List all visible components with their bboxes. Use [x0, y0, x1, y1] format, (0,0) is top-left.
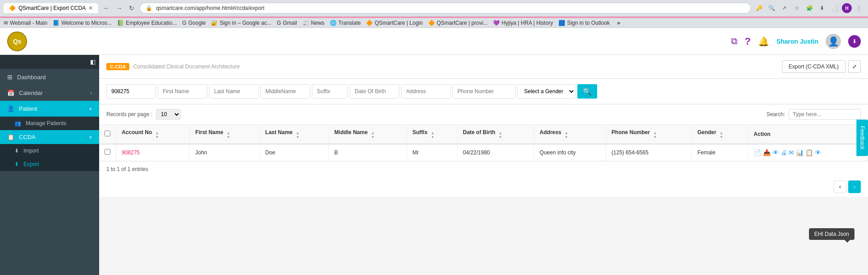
download-document-icon[interactable]: 📥: [763, 149, 771, 156]
row-checkbox[interactable]: [105, 149, 110, 155]
gender-select[interactable]: Select a Gender Male Female: [517, 84, 576, 99]
gmail-icon: G: [277, 20, 281, 26]
col-first-name[interactable]: First Name ▲▼: [190, 125, 260, 144]
print-icon[interactable]: 🖨: [781, 149, 787, 156]
pagination-prev-button[interactable]: ‹: [834, 180, 846, 193]
records-per-page-select[interactable]: 10 25 50 100: [156, 109, 181, 120]
table-search-input[interactable]: [789, 109, 861, 120]
bookmark-gmail[interactable]: G Gmail: [277, 20, 297, 26]
bookmark-qsmartcare-prov[interactable]: 🔶 QSmartCare | provi...: [428, 20, 488, 26]
sort-dob-icon[interactable]: ▲▼: [498, 131, 502, 139]
bookmark-outlook[interactable]: 🟦 Sign in to Outlook: [558, 20, 610, 26]
view-document-icon[interactable]: 📄: [754, 149, 761, 156]
bookmark-icon[interactable]: ☆: [791, 3, 802, 14]
avatar-icon: 👤: [828, 36, 839, 47]
address-bar[interactable]: 🔒 qsmartcare.com/app/home.html#/ccda/exp…: [140, 3, 751, 14]
eye-icon[interactable]: 👁: [815, 149, 821, 156]
browser-tab[interactable]: 🔶 QSmartCare | Export CCDA ✕: [4, 3, 98, 13]
row-checkbox-cell: [99, 144, 116, 161]
zoom-icon[interactable]: 🔍: [766, 3, 777, 14]
sort-first-name-icon[interactable]: ▲▼: [227, 131, 230, 139]
bookmark-hyjiya[interactable]: 💜 Hyjiya | HRA | History: [493, 20, 553, 26]
expand-button[interactable]: ⤢: [848, 60, 861, 73]
select-all-checkbox-col: [99, 125, 116, 144]
sort-address-icon[interactable]: ▲▼: [565, 131, 568, 139]
sort-suffix-icon[interactable]: ▲▼: [431, 131, 434, 139]
share-icon[interactable]: ↗: [779, 3, 790, 14]
address-input[interactable]: [401, 84, 451, 99]
bookmark-welcome[interactable]: 📘 Welcome to Micros...: [53, 20, 112, 26]
first-name-input[interactable]: [158, 84, 207, 99]
account-no-link[interactable]: 908275: [122, 149, 140, 156]
user-name[interactable]: Sharon Justin: [777, 38, 818, 45]
menu-icon[interactable]: ⋮: [854, 3, 864, 14]
browser-profile[interactable]: H: [842, 3, 852, 13]
sidebar-item-calendar[interactable]: 📅 Calendar ›: [0, 85, 99, 101]
sidebar-item-dashboard[interactable]: ⊞ Dashboard: [0, 69, 99, 85]
export-ccda-xml-button[interactable]: Export (C-CDA XML): [782, 60, 845, 73]
bookmarks-more[interactable]: »: [617, 19, 620, 26]
sort-account-no-icon[interactable]: ▲▼: [155, 131, 159, 139]
dob-input[interactable]: [350, 84, 399, 99]
middle-name-input[interactable]: [260, 84, 310, 99]
col-suffix[interactable]: Suffix ▲▼: [407, 125, 457, 144]
account-no-input[interactable]: [106, 84, 156, 99]
notification-bell-icon[interactable]: 🔔: [758, 36, 769, 47]
google-icon: G: [182, 20, 186, 26]
url-text: qsmartcare.com/app/home.html#/ccda/expor…: [156, 5, 265, 11]
records-label: Records per page :: [106, 111, 152, 117]
help-icon[interactable]: ?: [745, 36, 750, 47]
bookmark-qsmartcare-login[interactable]: 🔶 QSmartCare | Login: [366, 20, 423, 26]
bookmark-translate[interactable]: 🌐 Translate: [330, 20, 361, 26]
sidebar-item-export[interactable]: ⬆ Export: [0, 158, 99, 171]
bookmark-google[interactable]: G Google: [182, 20, 206, 26]
qsmartcare-login-icon: 🔶: [366, 20, 373, 26]
app-logo[interactable]: Qs: [7, 32, 27, 51]
email-icon[interactable]: ✉: [789, 149, 794, 156]
sidebar-toggle-button[interactable]: ◧: [0, 55, 99, 69]
window-icon[interactable]: ⬜: [829, 3, 840, 14]
col-last-name[interactable]: Last Name ▲▼: [260, 125, 329, 144]
pagination-next-button[interactable]: ›: [848, 180, 861, 193]
sort-last-name-icon[interactable]: ▲▼: [296, 131, 300, 139]
feedback-tab[interactable]: Feedback: [857, 119, 868, 156]
col-middle-name[interactable]: Middle Name ▲▼: [329, 125, 407, 144]
preview-icon[interactable]: 👁: [772, 149, 779, 156]
select-all-checkbox[interactable]: [105, 131, 110, 136]
export-xml-icon[interactable]: 📋: [805, 149, 813, 156]
phone-input[interactable]: [452, 84, 516, 99]
sort-gender-icon[interactable]: ▲▼: [720, 131, 723, 139]
bookmark-employee[interactable]: 📗 Employee Educatio...: [117, 20, 177, 26]
tab-close-button[interactable]: ✕: [88, 5, 93, 11]
password-icon[interactable]: 🔑: [754, 3, 764, 14]
col-address[interactable]: Address ▲▼: [534, 125, 606, 144]
search-button[interactable]: 🔍: [577, 84, 597, 99]
bookmark-news[interactable]: 📰 News: [302, 20, 324, 26]
suffix-input[interactable]: [312, 84, 348, 99]
sidebar-item-import[interactable]: ⬇ Import: [0, 144, 99, 158]
sidebar-item-ccda[interactable]: 📋 CCDA ∨: [0, 130, 99, 144]
col-phone[interactable]: Phone Number ▲▼: [606, 125, 692, 144]
col-account-no[interactable]: Account No ▲▼: [116, 125, 190, 144]
extensions-icon[interactable]: 🧩: [804, 3, 815, 14]
user-avatar[interactable]: 👤: [826, 34, 841, 49]
sidebar-item-manage-patients[interactable]: 👥 Manage Patients: [0, 117, 99, 130]
sidebar-item-patient[interactable]: 👤 Patient ∨: [0, 101, 99, 117]
bookmark-signin-google[interactable]: 🔐 Sign in – Google ac...: [211, 20, 271, 26]
refresh-button[interactable]: ↻: [126, 3, 137, 14]
download-circle-button[interactable]: ⬇: [848, 35, 861, 48]
download-icon[interactable]: ⬇: [817, 3, 827, 14]
bookmark-webmail[interactable]: ✉ Webmail - Main: [4, 20, 47, 26]
back-button[interactable]: ←: [101, 3, 112, 14]
export-json-icon[interactable]: 📊: [796, 149, 804, 156]
col-dob[interactable]: Date of Birth ▲▼: [457, 125, 534, 144]
last-name-input[interactable]: [209, 84, 259, 99]
sort-phone-icon[interactable]: ▲▼: [653, 131, 657, 139]
forward-button[interactable]: →: [114, 3, 124, 14]
col-action: Action: [748, 125, 868, 144]
row-address-cell: Queen info city: [534, 144, 606, 161]
sort-middle-name-icon[interactable]: ▲▼: [371, 131, 375, 139]
copy-icon[interactable]: ⧉: [731, 36, 737, 46]
app-header: Qs ⧉ ? 🔔 Sharon Justin 👤 ⬇: [0, 28, 868, 55]
col-gender[interactable]: Gender ▲▼: [692, 125, 748, 144]
